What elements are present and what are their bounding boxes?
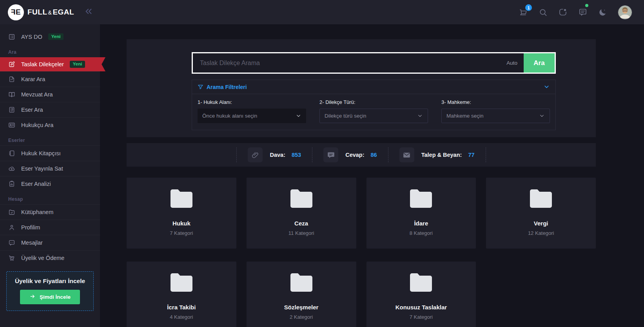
folder-icon bbox=[169, 188, 194, 211]
filter-label: 2- Dilekçe Türü: bbox=[319, 99, 428, 105]
folder-meta: 7 Kategori bbox=[170, 230, 193, 236]
brand[interactable]: FE FULL&EGAL bbox=[0, 4, 100, 20]
edit-icon bbox=[8, 61, 15, 68]
folder-icon bbox=[408, 188, 434, 211]
auto-toggle[interactable]: Auto bbox=[500, 60, 524, 66]
filter-funnel-icon bbox=[198, 84, 203, 90]
stat-label: Cevap: bbox=[345, 152, 364, 158]
stat-cevap: Cevap: 86 bbox=[312, 147, 388, 162]
filter-fields: 1- Hukuk Alanı: Önce hukuk alanı seçin 2… bbox=[192, 94, 555, 130]
folder-grid-row-2: İcra Takibi 4 Kategori Sözleşmeler 2 Kat… bbox=[127, 262, 596, 327]
chat-icon bbox=[8, 239, 15, 246]
sidebar-item-karar-ara[interactable]: Karar Ara bbox=[0, 71, 100, 87]
filter-header[interactable]: Arama Filtreleri bbox=[192, 80, 555, 94]
sidebar-item-hukuk-kitapcisi[interactable]: Hukuk Kitapçısı bbox=[0, 145, 100, 161]
stat-label: Talep & Beyan: bbox=[421, 152, 462, 158]
search-submit-button[interactable]: Ara bbox=[524, 53, 555, 73]
dark-mode-toggle[interactable] bbox=[598, 8, 607, 17]
folder-title: Konusuz Taslaklar bbox=[395, 304, 447, 311]
notifications-icon bbox=[558, 7, 568, 17]
folder-meta: 8 Kategori bbox=[410, 230, 433, 236]
filter-field-dilekce-turu: 2- Dilekçe Türü: Dilekçe türü seçin bbox=[319, 99, 428, 123]
logo-icon: FE bbox=[8, 4, 24, 20]
folder-meta: 7 Kategori bbox=[410, 314, 433, 320]
folder-card-ceza[interactable]: Ceza 11 Kategori bbox=[247, 178, 356, 249]
filter-header-label: Arama Filtreleri bbox=[207, 84, 247, 90]
document-icon bbox=[8, 76, 15, 83]
user-avatar[interactable] bbox=[618, 5, 632, 20]
folder-card-hukuk[interactable]: Hukuk 7 Kategori bbox=[127, 178, 236, 249]
folder-meta: 4 Kategori bbox=[170, 314, 193, 320]
cloud-upload-icon bbox=[8, 165, 15, 172]
folder-card-konusuz-taslaklar[interactable]: Konusuz Taslaklar 7 Kategori bbox=[366, 262, 476, 327]
folder-card-vergi[interactable]: Vergi 12 Kategori bbox=[486, 178, 596, 249]
stat-value[interactable]: 853 bbox=[292, 152, 301, 158]
sidebar-item-mevzuat-ara[interactable]: Mevzuat Ara bbox=[0, 87, 100, 102]
folder-icon bbox=[408, 272, 434, 294]
arrow-right-icon bbox=[29, 294, 36, 300]
sidebar-item-label: Kütüphanem bbox=[21, 209, 53, 215]
sidebar-item-ays-do[interactable]: AYS DO Yeni bbox=[0, 29, 100, 44]
folder-icon bbox=[289, 188, 314, 211]
mahkeme-select[interactable]: Mahkeme seçin bbox=[441, 109, 550, 123]
sidebar-item-label: AYS DO bbox=[21, 34, 42, 40]
notebook-icon bbox=[8, 150, 15, 157]
search-button[interactable] bbox=[539, 8, 548, 17]
sidebar-item-eser-analizi[interactable]: Eser Analizi bbox=[0, 176, 100, 191]
dilekce-turu-select[interactable]: Dilekçe türü seçin bbox=[319, 109, 428, 123]
envelope-icon bbox=[399, 147, 414, 162]
sidebar-item-label: Karar Ara bbox=[21, 76, 45, 82]
messages-button[interactable] bbox=[578, 7, 588, 17]
sidebar-item-profilim[interactable]: Profilim bbox=[0, 220, 100, 235]
hukuk-alani-select[interactable]: Önce hukuk alanı seçin bbox=[198, 109, 306, 123]
stat-value[interactable]: 77 bbox=[468, 152, 474, 158]
filter-label: 3- Mahkeme: bbox=[441, 99, 550, 105]
main-content: Auto Ara Arama Filtreleri bbox=[100, 24, 644, 327]
folder-card-sozlesmeler[interactable]: Sözleşmeler 2 Kategori bbox=[247, 262, 356, 327]
double-chevron-left-icon bbox=[84, 7, 93, 17]
chevron-down-icon[interactable] bbox=[543, 84, 550, 90]
sidebar-item-uyelik-ve-odeme[interactable]: Üyelik ve Ödeme bbox=[0, 250, 100, 265]
filter-field-hukuk-alani: 1- Hukuk Alanı: Önce hukuk alanı seçin bbox=[198, 99, 306, 123]
folder-meta: 11 Kategori bbox=[288, 230, 314, 236]
filter-field-mahkeme: 3- Mahkeme: Mahkeme seçin bbox=[441, 99, 550, 123]
sidebar-item-label: Hukukçu Ara bbox=[21, 122, 53, 128]
sidebar-item-label: Eser Yayınla Sat bbox=[21, 165, 63, 172]
folder-icon bbox=[169, 272, 194, 294]
sidebar-item-taslak-dilekceler[interactable]: Taslak Dilekçeler Yeni bbox=[0, 57, 100, 71]
sidebar: AYS DO Yeni Ara Taslak Dilekçeler Yeni K… bbox=[0, 24, 100, 327]
folder-card-icra-takibi[interactable]: İcra Takibi 4 Kategori bbox=[127, 262, 236, 327]
folder-title: Sözleşmeler bbox=[284, 304, 319, 311]
app-window: FE FULL&EGAL 1 bbox=[0, 0, 644, 327]
sidebar-item-hukukcu-ara[interactable]: Hukukçu Ara bbox=[0, 117, 100, 133]
cart-badge: 1 bbox=[524, 4, 533, 12]
cta-button[interactable]: Şimdi İncele bbox=[20, 290, 80, 304]
sidebar-collapse-button[interactable] bbox=[84, 7, 93, 17]
brand-name: FULL&EGAL bbox=[27, 8, 74, 16]
sidebar-item-eser-yayinla-sat[interactable]: Eser Yayınla Sat bbox=[0, 161, 100, 176]
paperclip-icon bbox=[248, 147, 263, 162]
new-badge: Yeni bbox=[70, 61, 85, 68]
search-box: Auto Ara bbox=[192, 52, 556, 74]
stat-value[interactable]: 86 bbox=[371, 152, 377, 158]
messages-icon bbox=[578, 7, 588, 17]
folder-meta: 2 Kategori bbox=[290, 314, 313, 320]
new-badge: Yeni bbox=[48, 33, 64, 40]
sidebar-item-eser-ara[interactable]: Eser Ara bbox=[0, 102, 100, 117]
chevron-down-icon bbox=[417, 113, 423, 119]
sidebar-item-mesajlar[interactable]: Mesajlar bbox=[0, 235, 100, 250]
folder-check-icon bbox=[8, 209, 15, 216]
search-input[interactable] bbox=[193, 53, 500, 73]
top-header: FE FULL&EGAL 1 bbox=[0, 0, 644, 24]
folder-card-idare[interactable]: İdare 8 Kategori bbox=[366, 178, 476, 249]
search-panel: Auto Ara Arama Filtreleri bbox=[127, 39, 596, 137]
chevron-down-icon bbox=[296, 113, 301, 119]
cart-small-icon bbox=[8, 254, 15, 262]
sidebar-item-label: Mesajlar bbox=[21, 240, 43, 246]
stat-talep-beyan: Talep & Beyan: 77 bbox=[388, 147, 486, 162]
cart-button[interactable]: 1 bbox=[519, 7, 528, 17]
notifications-button[interactable] bbox=[558, 7, 568, 17]
sidebar-item-kutuphanem[interactable]: Kütüphanem bbox=[0, 204, 100, 220]
sidebar-section-eserler: Eserler bbox=[0, 133, 100, 145]
id-card-icon bbox=[8, 122, 15, 129]
